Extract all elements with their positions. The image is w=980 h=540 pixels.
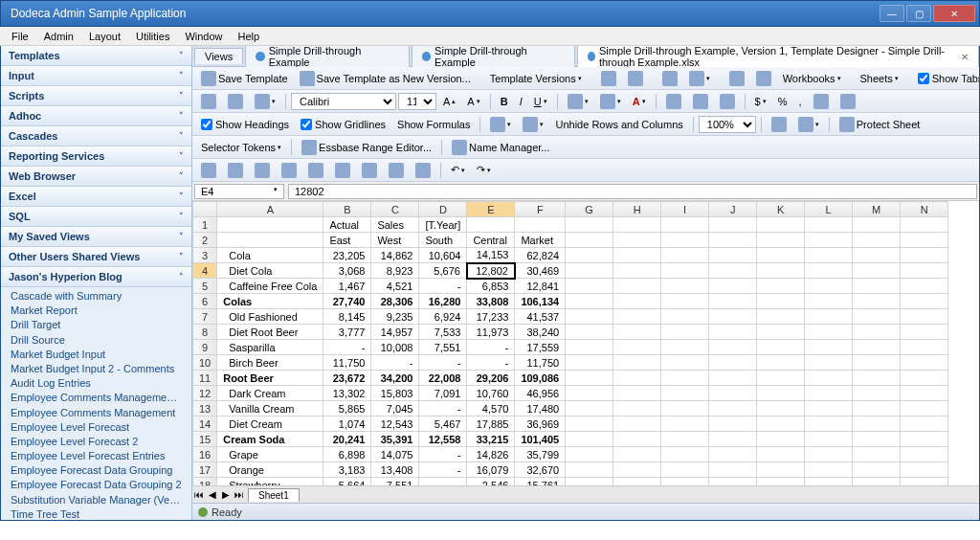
italic-button[interactable]: I — [515, 93, 527, 110]
cell-J18[interactable] — [709, 478, 757, 486]
show-gridlines-checkbox[interactable]: Show Gridlines — [296, 116, 390, 133]
sidebar-section-input[interactable]: Input˅ — [1, 66, 191, 86]
maximize-button[interactable]: ▢ — [906, 5, 931, 22]
cell-N12[interactable] — [901, 386, 948, 401]
cell-C14[interactable]: 12,543 — [371, 416, 419, 432]
cell-K4[interactable] — [757, 263, 805, 279]
m3[interactable] — [250, 160, 275, 181]
cell-B5[interactable]: 1,467 — [323, 279, 371, 294]
row-header-12[interactable]: 12 — [193, 386, 217, 401]
cell-L10[interactable] — [805, 355, 853, 371]
cell-D5[interactable]: - — [419, 279, 467, 294]
cell-A18[interactable]: Strawberry — [217, 478, 323, 486]
tool-icon-6[interactable] — [751, 68, 776, 89]
cell-N1[interactable] — [901, 217, 948, 233]
cell-A12[interactable]: Dark Cream — [217, 386, 323, 401]
cell-I2[interactable] — [661, 233, 709, 248]
cell-M2[interactable] — [853, 233, 901, 248]
cell-M14[interactable] — [853, 416, 901, 432]
menu-window[interactable]: Window — [177, 29, 230, 44]
cell-K3[interactable] — [757, 248, 805, 263]
bold-button[interactable]: B — [496, 93, 513, 110]
cell-A5[interactable]: Caffeine Free Cola — [217, 279, 323, 294]
cell-J13[interactable] — [709, 401, 757, 416]
cell-L7[interactable] — [805, 309, 853, 325]
name-manager-button[interactable]: Name Manager... — [447, 137, 554, 158]
cell-C15[interactable]: 35,391 — [371, 432, 419, 447]
row-header-2[interactable]: 2 — [193, 233, 217, 248]
sidebar-section-web-browser[interactable]: Web Browser˅ — [1, 167, 191, 187]
cell-M13[interactable] — [853, 401, 901, 416]
cell-D6[interactable]: 16,280 — [419, 294, 467, 309]
cell-N15[interactable] — [901, 432, 948, 447]
col-header-A[interactable]: A — [217, 202, 323, 217]
cell-E12[interactable]: 10,760 — [467, 386, 515, 401]
cell-H15[interactable] — [613, 432, 661, 447]
cell-D13[interactable]: - — [419, 401, 467, 416]
cell-L1[interactable] — [805, 217, 853, 233]
sidebar-item[interactable]: Time Tree Test — [1, 506, 191, 520]
cell-H1[interactable] — [613, 217, 661, 233]
tool-icon-1[interactable] — [596, 68, 621, 89]
cell-J11[interactable] — [709, 371, 757, 386]
cell-G1[interactable] — [566, 217, 613, 233]
row-header-7[interactable]: 7 — [193, 309, 217, 325]
row-header-11[interactable]: 11 — [193, 371, 217, 386]
cell-B10[interactable]: 11,750 — [323, 355, 371, 371]
cell-F14[interactable]: 36,969 — [515, 416, 566, 432]
sidebar-item[interactable]: Drill Target — [1, 316, 191, 330]
cell-F12[interactable]: 46,956 — [515, 386, 566, 401]
cell-H2[interactable] — [613, 233, 661, 248]
font-select[interactable]: Calibri — [291, 93, 396, 110]
cell-L12[interactable] — [805, 386, 853, 401]
cell-J1[interactable] — [709, 217, 757, 233]
cell-L9[interactable] — [805, 340, 853, 355]
row-header-14[interactable]: 14 — [193, 416, 217, 432]
sidebar-item[interactable]: Cascade with Summary — [1, 287, 191, 302]
cell-G3[interactable] — [566, 248, 613, 263]
sidebar-item[interactable]: Drill Source — [1, 331, 191, 346]
cell-G13[interactable] — [566, 401, 613, 416]
cell-B3[interactable]: 23,205 — [323, 248, 371, 263]
cell-J12[interactable] — [709, 386, 757, 401]
cell-I10[interactable] — [661, 355, 709, 371]
cell-G2[interactable] — [566, 233, 613, 248]
cell-H18[interactable] — [613, 478, 661, 486]
cell-M7[interactable] — [853, 309, 901, 325]
cell-M6[interactable] — [853, 294, 901, 309]
cell-C13[interactable]: 7,045 — [371, 401, 419, 416]
cell-K12[interactable] — [757, 386, 805, 401]
cell-B13[interactable]: 5,865 — [323, 401, 371, 416]
cell-B6[interactable]: 27,740 — [323, 294, 371, 309]
cell-K11[interactable] — [757, 371, 805, 386]
cell-K7[interactable] — [757, 309, 805, 325]
cell-L6[interactable] — [805, 294, 853, 309]
menu-layout[interactable]: Layout — [81, 29, 128, 44]
save-template-new-button[interactable]: Save Template as New Version... — [295, 68, 476, 89]
save-template-button[interactable]: Save Template — [196, 68, 293, 89]
align-left-button[interactable] — [661, 91, 686, 112]
sidebar-item[interactable]: Employee Comments Management (Ess... — [1, 389, 191, 403]
cell-N16[interactable] — [901, 447, 948, 462]
sidebar-section-jason-s-hyperion-blog[interactable]: Jason's Hyperion Blog˄ — [1, 267, 191, 287]
cell-F18[interactable]: 15,761 — [515, 478, 566, 486]
cell-H14[interactable] — [613, 416, 661, 432]
cell-I8[interactable] — [661, 325, 709, 340]
cell-I13[interactable] — [661, 401, 709, 416]
cell-A2[interactable] — [217, 233, 323, 248]
cell-D10[interactable]: - — [419, 355, 467, 371]
sidebar-section-excel[interactable]: Excel˅ — [1, 187, 191, 207]
cell-B11[interactable]: 23,672 — [323, 371, 371, 386]
cell-I6[interactable] — [661, 294, 709, 309]
cell-E3[interactable]: 14,153 — [467, 248, 515, 263]
col-header-I[interactable]: I — [661, 202, 709, 217]
cell-E10[interactable]: - — [467, 355, 515, 371]
decrease-font-button[interactable]: A▾ — [462, 93, 484, 110]
cell-L3[interactable] — [805, 248, 853, 263]
m6[interactable] — [330, 160, 355, 181]
cell-J3[interactable] — [709, 248, 757, 263]
cell-M11[interactable] — [853, 371, 901, 386]
cell-G11[interactable] — [566, 371, 613, 386]
cell-J17[interactable] — [709, 462, 757, 478]
cell-N7[interactable] — [901, 309, 948, 325]
